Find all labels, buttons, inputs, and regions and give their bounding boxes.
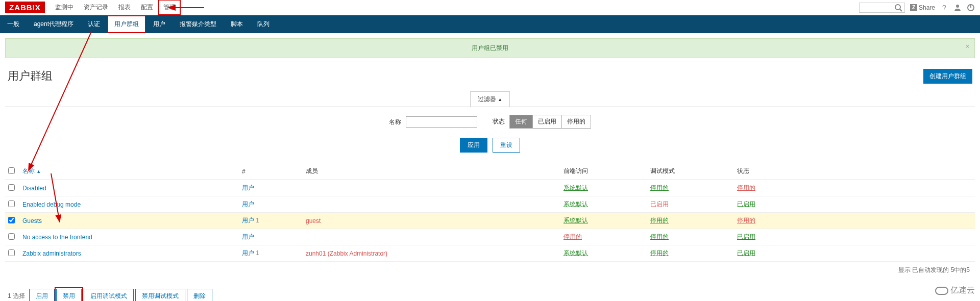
subnav-item-4[interactable]: 用户 <box>146 15 173 33</box>
action-btn-3[interactable]: 禁用调试模式 <box>135 289 185 301</box>
watermark: 亿速云 <box>935 285 975 296</box>
help-icon[interactable]: ? <box>940 4 948 12</box>
status-link[interactable]: 已启用 <box>737 233 755 240</box>
users-link[interactable]: 用户 <box>242 184 254 191</box>
share-label: Share <box>919 4 935 11</box>
status-link[interactable]: 停用的 <box>737 217 755 224</box>
topnav-item-4[interactable]: 管理 <box>158 0 181 15</box>
subnav-item-2[interactable]: 认证 <box>81 15 107 33</box>
status-opt-0[interactable]: 任何 <box>510 115 533 128</box>
table-row: Enabled debug mode用户 系统默认已启用已启用 <box>5 196 975 213</box>
share-button[interactable]: ZShare <box>910 4 935 11</box>
create-usergroup-button[interactable]: 创建用户群组 <box>923 69 972 84</box>
users-link[interactable]: 用户 <box>242 217 254 224</box>
status-link[interactable]: 已启用 <box>737 200 755 208</box>
svg-text:?: ? <box>942 4 946 12</box>
power-icon[interactable] <box>967 4 975 12</box>
status-opt-2[interactable]: 停用的 <box>562 115 591 128</box>
topnav-menu: 监测中资产记录报表配置管理 <box>50 0 181 15</box>
topnav-item-1[interactable]: 资产记录 <box>79 0 113 15</box>
subnav-item-5[interactable]: 报警媒介类型 <box>173 15 224 33</box>
row-checkbox[interactable] <box>8 249 15 256</box>
filter-tab-label: 过滤器 <box>478 95 496 103</box>
group-name-link[interactable]: No access to the frontend <box>22 234 92 241</box>
member-link[interactable]: guest <box>306 217 321 224</box>
search-icon <box>894 4 902 12</box>
status-opt-1[interactable]: 已启用 <box>533 115 562 128</box>
status-link[interactable]: 停用的 <box>737 184 755 191</box>
page-title: 用户群组 <box>8 68 53 84</box>
topnav-item-3[interactable]: 配置 <box>136 0 158 15</box>
subnav-item-6[interactable]: 脚本 <box>224 15 250 33</box>
users-link[interactable]: 用户 <box>242 233 254 240</box>
status-link[interactable]: 已启用 <box>737 249 755 257</box>
action-btn-2[interactable]: 启用调试模式 <box>84 289 134 301</box>
frontend-access-link[interactable]: 系统默认 <box>564 184 588 191</box>
selected-count: 1 选择 <box>8 292 25 300</box>
reset-button[interactable]: 重设 <box>493 138 520 153</box>
member-link[interactable]: zunh01 (Zabbix Administrator) <box>306 250 387 257</box>
sort-name[interactable]: 名称 ▲ <box>22 167 41 174</box>
row-checkbox[interactable] <box>8 184 15 191</box>
search-input[interactable] <box>859 3 905 13</box>
chevron-up-icon: ▲ <box>498 97 502 102</box>
action-btn-4[interactable]: 删除 <box>187 289 212 301</box>
filter-status-label: 状态 <box>493 118 505 125</box>
table-row: Guests用户 1guest系统默认停用的停用的 <box>5 213 975 229</box>
col-debug: 调试模式 <box>647 163 734 180</box>
usergroup-table: 名称 ▲ # 成员 前端访问 调试模式 状态 Disabled用户 系统默认停用… <box>5 163 975 262</box>
col-status: 状态 <box>734 163 975 180</box>
debug-mode-link[interactable]: 已启用 <box>650 200 669 208</box>
svg-point-3 <box>956 5 959 8</box>
apply-button[interactable]: 应用 <box>460 138 487 153</box>
select-all-checkbox[interactable] <box>8 167 15 174</box>
cloud-icon <box>935 287 948 295</box>
group-name-link[interactable]: Guests <box>22 217 42 224</box>
group-name-link[interactable]: Enabled debug mode <box>22 201 81 208</box>
filter-name-label: 名称 <box>389 118 401 126</box>
topnav-item-2[interactable]: 报表 <box>113 0 136 15</box>
group-name-link[interactable]: Disabled <box>22 185 46 192</box>
frontend-access-link[interactable]: 停用的 <box>564 233 582 240</box>
filter-name-input[interactable] <box>406 116 477 128</box>
filter-status-group: 任何已启用停用的 <box>509 115 591 129</box>
user-icon[interactable] <box>953 4 962 12</box>
debug-mode-link[interactable]: 停用的 <box>650 233 669 240</box>
logo[interactable]: ZABBIX <box>5 2 45 13</box>
table-row: Zabbix administrators用户 1zunh01 (Zabbix … <box>5 245 975 262</box>
debug-mode-link[interactable]: 停用的 <box>650 217 669 224</box>
table-row: Disabled用户 系统默认停用的停用的 <box>5 180 975 196</box>
sort-asc-icon: ▲ <box>36 169 41 174</box>
subnav-item-3[interactable]: 用户群组 <box>107 15 146 33</box>
topnav-item-0[interactable]: 监测中 <box>50 0 79 15</box>
filter-tab[interactable]: 过滤器 ▲ <box>470 91 510 107</box>
table-footer: 显示 已自动发现的 5中的5 <box>5 262 975 279</box>
subnav-item-1[interactable]: agent代理程序 <box>27 15 81 33</box>
notice-bar: 用户组已禁用 × <box>5 38 975 58</box>
col-frontend: 前端访问 <box>560 163 647 180</box>
frontend-access-link[interactable]: 系统默认 <box>564 249 588 257</box>
table-row: No access to the frontend用户 停用的停用的已启用 <box>5 229 975 245</box>
svg-point-0 <box>895 5 900 10</box>
frontend-access-link[interactable]: 系统默认 <box>564 217 588 224</box>
subnav-item-7[interactable]: 队列 <box>250 15 277 33</box>
svg-line-1 <box>900 9 902 11</box>
debug-mode-link[interactable]: 停用的 <box>650 184 669 191</box>
users-link[interactable]: 用户 <box>242 200 254 208</box>
debug-mode-link[interactable]: 停用的 <box>650 249 669 257</box>
col-num: # <box>239 163 303 180</box>
subnav: 一般agent代理程序认证用户群组用户报警媒介类型脚本队列 <box>0 15 980 33</box>
notice-text: 用户组已禁用 <box>472 44 508 52</box>
frontend-access-link[interactable]: 系统默认 <box>564 200 588 208</box>
close-icon[interactable]: × <box>966 43 969 50</box>
row-checkbox[interactable] <box>8 200 15 207</box>
action-btn-1[interactable]: 禁用 <box>56 289 82 301</box>
row-checkbox[interactable] <box>8 233 15 240</box>
col-members: 成员 <box>303 163 560 180</box>
group-name-link[interactable]: Zabbix administrators <box>22 250 81 257</box>
action-btn-0[interactable]: 启用 <box>29 289 55 301</box>
users-link[interactable]: 用户 <box>242 249 254 257</box>
subnav-item-0[interactable]: 一般 <box>0 15 27 33</box>
row-checkbox[interactable] <box>8 217 15 223</box>
